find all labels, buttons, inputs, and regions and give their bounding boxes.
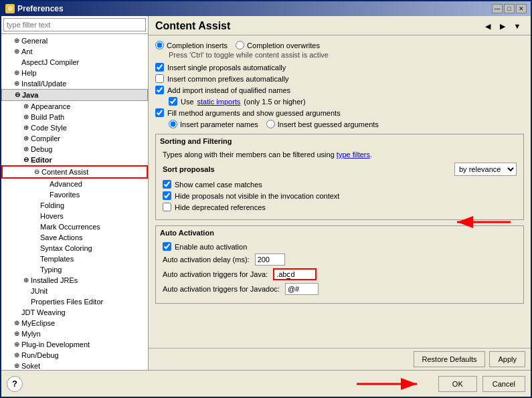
- expand-appearance-icon[interactable]: ⊕: [21, 102, 31, 111]
- fill-method-checkbox[interactable]: [155, 108, 164, 117]
- tree-label-mylyn: Mylyn: [21, 330, 41, 338]
- camel-case-checkbox[interactable]: [163, 180, 171, 189]
- menu-icon-button[interactable]: ▼: [511, 20, 524, 32]
- tree-item-syntaxcoloring[interactable]: Syntax Coloring: [1, 243, 148, 254]
- tree-item-jdtweaving[interactable]: JDT Weaving: [1, 307, 148, 318]
- expand-java-icon[interactable]: ⊖: [13, 90, 22, 100]
- fill-method-row: Fill method arguments and show guessed a…: [155, 108, 524, 117]
- sort-select[interactable]: by relevance alphabetically: [454, 163, 517, 176]
- filter-input[interactable]: [3, 18, 146, 31]
- tree-item-rundebug[interactable]: ⊕ Run/Debug: [1, 350, 148, 361]
- expand-buildpath-icon[interactable]: ⊕: [21, 112, 31, 122]
- expand-ant-icon[interactable]: ⊕: [12, 47, 21, 56]
- trigger-java-input[interactable]: [273, 268, 317, 280]
- expand-debug-icon[interactable]: ⊕: [21, 144, 31, 154]
- tree-label-favorites: Favorites: [50, 191, 80, 199]
- tree-item-install[interactable]: ⊕ Install/Update: [1, 78, 148, 89]
- expand-syntaxcoloring-icon: [31, 243, 40, 253]
- tree-label-hovers: Hovers: [40, 212, 64, 220]
- tree-item-templates[interactable]: Templates: [1, 254, 148, 264]
- help-button[interactable]: ?: [7, 376, 23, 392]
- expand-codestyle-icon[interactable]: ⊕: [21, 123, 31, 132]
- ok-button[interactable]: OK: [438, 376, 477, 392]
- expand-mylyn-icon[interactable]: ⊕: [12, 329, 21, 338]
- static-imports-link[interactable]: static imports: [197, 98, 241, 106]
- hide-not-visible-checkbox[interactable]: [163, 191, 171, 200]
- trigger-java-row: Auto activation triggers for Java:: [163, 268, 517, 280]
- tree-item-java[interactable]: ⊖ Java: [1, 89, 148, 101]
- tree-item-advanced[interactable]: Advanced: [1, 179, 148, 189]
- expand-propfiles-icon: [21, 297, 31, 306]
- insert-best-radio[interactable]: [266, 120, 275, 128]
- tree-item-ant[interactable]: ⊕ Ant: [1, 46, 148, 57]
- tree-item-debug[interactable]: ⊕ Debug: [1, 144, 148, 155]
- tree-item-codestyle[interactable]: ⊕ Code Style: [1, 122, 148, 133]
- tree-item-junit[interactable]: JUnit: [1, 286, 148, 296]
- tree-item-help[interactable]: ⊕ Help: [1, 68, 148, 78]
- expand-compiler-icon[interactable]: ⊕: [21, 134, 31, 143]
- tree-item-favorites[interactable]: Favorites: [1, 189, 148, 200]
- expand-myeclipse-icon[interactable]: ⊕: [12, 318, 21, 328]
- tree-item-folding[interactable]: Folding: [1, 200, 148, 211]
- tree-item-myeclipse[interactable]: ⊕ MyEclipse: [1, 318, 148, 328]
- expand-hovers-icon: [31, 211, 40, 221]
- hide-deprecated-checkbox[interactable]: [163, 203, 171, 211]
- tree-item-soket[interactable]: ⊕ Soket: [1, 361, 148, 370]
- expand-general-icon[interactable]: ⊕: [12, 36, 21, 45]
- minimize-button[interactable]: —: [492, 4, 503, 13]
- tree-item-saveactions[interactable]: Save Actions: [1, 232, 148, 243]
- tree-item-general[interactable]: ⊕ General: [1, 35, 148, 46]
- tree-label-java: Java: [22, 91, 38, 99]
- expand-install-icon[interactable]: ⊕: [12, 79, 21, 88]
- restore-defaults-button[interactable]: Restore Defaults: [414, 351, 486, 367]
- tree-item-typing[interactable]: Typing: [1, 264, 148, 275]
- expand-plugindev-icon[interactable]: ⊕: [12, 340, 21, 349]
- titlebar-controls[interactable]: — □ ✕: [492, 4, 527, 13]
- tree-item-mylyn[interactable]: ⊕ Mylyn: [1, 328, 148, 339]
- type-filters-link[interactable]: type filters: [337, 151, 370, 159]
- back-icon-button[interactable]: ◀: [481, 20, 495, 32]
- tree-item-compiler[interactable]: ⊕ Compiler: [1, 133, 148, 144]
- tree-item-propfiles[interactable]: Properties Files Editor: [1, 296, 148, 307]
- tree-item-appearance[interactable]: ⊕ Appearance: [1, 101, 148, 112]
- close-button[interactable]: ✕: [516, 4, 527, 13]
- insert-best-label[interactable]: Insert best guessed arguments: [266, 120, 379, 128]
- delay-input[interactable]: [255, 254, 285, 266]
- tree-item-editor[interactable]: ⊖ Editor: [1, 155, 148, 165]
- tree-item-buildpath[interactable]: ⊕ Build Path: [1, 112, 148, 122]
- trigger-javadoc-input[interactable]: [285, 283, 319, 295]
- expand-soket-icon[interactable]: ⊕: [12, 361, 21, 370]
- add-import-checkbox[interactable]: [155, 86, 164, 94]
- tree-item-contentassist[interactable]: ⊖ Content Assist: [1, 165, 148, 179]
- tree-item-plugindev[interactable]: ⊕ Plug-in Development: [1, 339, 148, 350]
- static-imports-checkbox[interactable]: [169, 97, 177, 106]
- expand-installedjres-icon[interactable]: ⊕: [21, 276, 31, 285]
- filter-box: [1, 16, 148, 34]
- insert-params-text: Insert parameter names: [180, 120, 258, 128]
- insert-params-radio[interactable]: [169, 120, 177, 128]
- apply-button[interactable]: Apply: [489, 351, 525, 367]
- forward-icon-button[interactable]: ▶: [496, 20, 509, 32]
- expand-contentassist-icon[interactable]: ⊖: [32, 167, 41, 177]
- tree-item-aspectj[interactable]: AspectJ Compiler: [1, 57, 148, 68]
- insert-common-checkbox[interactable]: [155, 74, 164, 83]
- insert-single-row: Insert single proposals automatically: [155, 63, 524, 72]
- tree-item-markoccurrences[interactable]: Mark Occurrences: [1, 221, 148, 232]
- insert-best-text: Insert best guessed arguments: [278, 120, 379, 128]
- cancel-button[interactable]: Cancel: [482, 376, 525, 392]
- completion-inserts-radio[interactable]: [155, 41, 164, 49]
- static-imports-row: Use static imports (only 1.5 or higher): [169, 97, 524, 106]
- expand-rundebug-icon[interactable]: ⊕: [12, 351, 21, 360]
- insert-params-label[interactable]: Insert parameter names: [169, 120, 258, 128]
- tree-item-installedjres[interactable]: ⊕ Installed JREs: [1, 275, 148, 286]
- expand-editor-icon[interactable]: ⊖: [21, 155, 31, 165]
- tree-item-hovers[interactable]: Hovers: [1, 211, 148, 221]
- completion-overwrites-radio[interactable]: [236, 41, 244, 49]
- expand-help-icon[interactable]: ⊕: [12, 68, 21, 78]
- add-import-label: Add import instead of qualified names: [167, 86, 290, 94]
- enable-auto-checkbox[interactable]: [163, 242, 171, 251]
- completion-inserts-label[interactable]: Completion inserts: [155, 41, 228, 49]
- maximize-button[interactable]: □: [504, 4, 515, 13]
- completion-overwrites-label[interactable]: Completion overwrites: [236, 41, 320, 49]
- insert-single-checkbox[interactable]: [155, 63, 164, 72]
